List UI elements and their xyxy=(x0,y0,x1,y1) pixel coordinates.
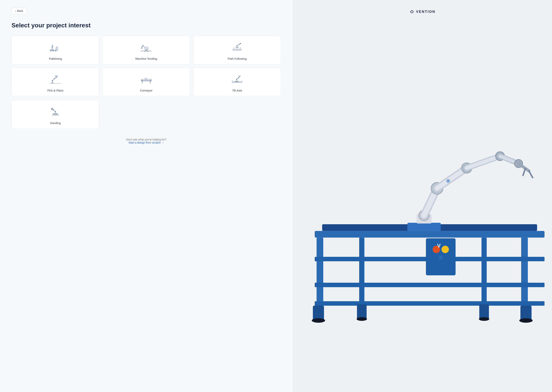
svg-rect-47 xyxy=(55,75,58,77)
svg-line-69 xyxy=(240,75,241,76)
svg-rect-85 xyxy=(359,238,364,304)
svg-point-78 xyxy=(55,111,56,112)
back-button[interactable]: ‹ Back xyxy=(12,8,27,14)
svg-rect-91 xyxy=(521,306,532,320)
svg-point-54 xyxy=(141,79,143,81)
svg-rect-62 xyxy=(235,81,239,82)
svg-marker-71 xyxy=(232,80,232,81)
svg-point-101 xyxy=(439,255,443,260)
svg-rect-5 xyxy=(50,50,52,51)
vention-logo-icon xyxy=(409,10,414,14)
project-grid: Palletizing xyxy=(12,36,281,96)
svg-point-94 xyxy=(312,318,325,323)
svg-rect-23 xyxy=(144,51,145,52)
scratch-link[interactable]: Start a design from scratch → xyxy=(129,141,164,144)
svg-point-9 xyxy=(52,47,53,48)
svg-rect-16 xyxy=(145,47,148,49)
svg-marker-60 xyxy=(151,78,152,79)
svg-rect-12 xyxy=(55,48,58,50)
svg-marker-29 xyxy=(240,48,241,49)
svg-point-97 xyxy=(479,317,489,321)
svg-rect-81 xyxy=(51,109,53,110)
svg-rect-74 xyxy=(53,113,58,114)
robot-illustration: V xyxy=(292,59,552,392)
card-path-following[interactable]: Path Following xyxy=(193,36,281,64)
logo-text: VENTION xyxy=(416,10,436,14)
svg-rect-26 xyxy=(232,49,242,50)
svg-rect-14 xyxy=(56,47,56,48)
svg-point-67 xyxy=(238,77,240,78)
svg-marker-72 xyxy=(242,80,242,81)
svg-rect-48 xyxy=(50,83,61,84)
svg-rect-56 xyxy=(142,81,143,83)
pick-place-label: Pick & Place xyxy=(47,89,64,92)
page-title: Select your project interest xyxy=(12,22,281,29)
svg-rect-89 xyxy=(315,301,545,306)
pick-place-icon xyxy=(48,73,63,86)
chevron-left-icon: ‹ xyxy=(15,9,16,13)
palletizing-label: Palletizing xyxy=(49,57,62,60)
sanding-icon xyxy=(48,105,63,119)
svg-rect-7 xyxy=(55,50,57,51)
path-following-label: Path Following xyxy=(228,57,247,60)
svg-point-36 xyxy=(237,45,238,46)
7th-axis-icon xyxy=(229,73,245,86)
svg-rect-88 xyxy=(315,283,545,287)
left-panel: ‹ Back Select your project interest xyxy=(0,0,292,392)
robot-svg: V xyxy=(292,59,552,392)
svg-point-8 xyxy=(52,45,53,46)
svg-rect-6 xyxy=(52,50,54,51)
svg-rect-58 xyxy=(145,78,147,80)
footer-text: Don't see what you're looking for? xyxy=(12,138,281,141)
svg-point-70 xyxy=(240,76,240,77)
svg-point-55 xyxy=(150,79,152,81)
svg-rect-83 xyxy=(317,238,323,312)
svg-rect-24 xyxy=(147,51,148,52)
svg-rect-93 xyxy=(479,304,489,319)
right-panel: VENTION xyxy=(292,0,552,392)
svg-line-120 xyxy=(523,169,525,175)
svg-rect-82 xyxy=(315,231,545,238)
svg-point-122 xyxy=(446,179,450,183)
svg-point-37 xyxy=(240,43,241,44)
vention-logo: VENTION xyxy=(409,10,436,14)
svg-line-114 xyxy=(467,156,500,168)
svg-point-66 xyxy=(236,79,238,80)
svg-rect-22 xyxy=(141,47,143,49)
svg-rect-90 xyxy=(313,306,324,320)
card-sanding[interactable]: Sanding xyxy=(12,100,99,129)
back-label: Back xyxy=(17,9,23,13)
svg-point-20 xyxy=(142,45,143,46)
svg-point-96 xyxy=(357,317,367,321)
svg-point-42 xyxy=(52,80,53,81)
conveyor-icon xyxy=(138,73,154,86)
svg-point-35 xyxy=(239,44,240,45)
svg-rect-31 xyxy=(236,47,238,48)
machine-tending-icon xyxy=(138,41,154,54)
card-machine-tending[interactable]: Machine Tending xyxy=(102,36,190,64)
svg-rect-4 xyxy=(50,50,58,50)
card-pick-place[interactable]: Pick & Place xyxy=(12,68,99,96)
footer: Don't see what you're looking for? Start… xyxy=(12,138,281,144)
path-following-icon xyxy=(229,41,245,54)
7th-axis-label: 7th Axis xyxy=(232,89,242,92)
svg-point-95 xyxy=(519,318,533,323)
svg-rect-57 xyxy=(150,81,151,83)
machine-tending-label: Machine Tending xyxy=(136,57,157,60)
card-conveyor[interactable]: Conveyor xyxy=(102,68,190,96)
card-palletizing[interactable]: Palletizing xyxy=(12,36,99,64)
svg-rect-27 xyxy=(233,50,241,50)
svg-point-100 xyxy=(442,246,449,253)
conveyor-label: Conveyor xyxy=(140,89,152,92)
svg-rect-92 xyxy=(357,304,367,319)
svg-rect-84 xyxy=(521,238,528,312)
svg-point-21 xyxy=(141,46,142,47)
svg-marker-30 xyxy=(233,48,234,49)
card-7th-axis[interactable]: 7th Axis xyxy=(193,68,281,96)
svg-rect-104 xyxy=(407,223,441,231)
svg-line-68 xyxy=(239,75,240,76)
svg-rect-86 xyxy=(482,238,487,304)
palletizing-icon xyxy=(48,41,63,54)
svg-rect-25 xyxy=(140,51,152,51)
svg-text:V: V xyxy=(437,243,441,249)
